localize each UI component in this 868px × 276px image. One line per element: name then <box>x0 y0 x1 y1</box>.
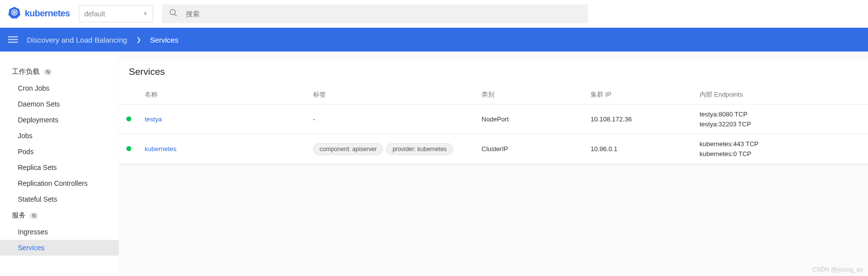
sidebar-item-statefulsets[interactable]: Stateful Sets <box>0 191 119 207</box>
cell-name: testya <box>139 105 307 134</box>
sidebar-item-jobs[interactable]: Jobs <box>0 128 119 144</box>
cell-status <box>119 105 139 134</box>
sidebar-item-replicationcontrollers[interactable]: Replication Controllers <box>0 175 119 191</box>
sidebar-item-ingresses[interactable]: Ingresses <box>0 224 119 240</box>
watermark: CSDN @young_ao <box>813 266 863 273</box>
svg-rect-11 <box>8 39 18 40</box>
col-labels[interactable]: 标签 <box>307 85 476 105</box>
table-row: testya-NodePort10.108.172.36testya:8080 … <box>119 105 868 134</box>
service-link[interactable]: kubernetes <box>145 145 176 153</box>
sidebar-item-label: Services <box>18 244 45 252</box>
col-cluster-ip[interactable]: 集群 IP <box>585 85 694 105</box>
cell-labels: component: apiserverprovider: kubernetes <box>307 134 476 164</box>
services-card: Services 名称 标签 类别 集群 IP 内部 Endpoints tes… <box>119 59 868 164</box>
menu-icon[interactable] <box>8 35 18 45</box>
sidebar-item-replicasets[interactable]: Replica Sets <box>0 160 119 175</box>
svg-rect-10 <box>8 36 18 37</box>
sidebar-item-label: Cron Jobs <box>18 84 50 92</box>
sidebar-group-workloads[interactable]: 工作负载 N <box>0 63 119 80</box>
subheader: Discovery and Load Balancing ❯ Services <box>0 28 868 52</box>
content: Services 名称 标签 类别 集群 IP 内部 Endpoints tes… <box>119 52 868 276</box>
card-title: Services <box>119 59 868 85</box>
sidebar-item-label: Stateful Sets <box>18 195 57 203</box>
brand-text: kubernetes <box>25 8 70 19</box>
sidebar-item-label: Pods <box>18 148 34 156</box>
main: 工作负载 N Cron Jobs Daemon Sets Deployments… <box>0 52 868 276</box>
sidebar-item-pods[interactable]: Pods <box>0 144 119 160</box>
label-chip: provider: kubernetes <box>386 143 453 155</box>
svg-rect-12 <box>8 42 18 43</box>
kubernetes-logo-icon <box>8 6 21 21</box>
sidebar-group-label: 服务 <box>12 211 26 220</box>
sidebar-item-label: Replica Sets <box>18 164 57 171</box>
svg-point-8 <box>170 9 175 15</box>
namespace-selected: default <box>84 10 105 18</box>
search-icon <box>169 8 178 19</box>
search-input[interactable] <box>186 10 581 18</box>
chevron-down-icon: ▼ <box>143 11 148 16</box>
table-header-row: 名称 标签 类别 集群 IP 内部 Endpoints <box>119 85 868 105</box>
badge-n: N <box>30 213 38 219</box>
sidebar-group-services[interactable]: 服务 N <box>0 207 119 224</box>
logo[interactable]: kubernetes <box>8 6 70 21</box>
sidebar-item-label: Ingresses <box>18 228 48 236</box>
col-type[interactable]: 类别 <box>476 85 585 105</box>
col-endpoints[interactable]: 内部 Endpoints <box>694 85 868 105</box>
cell-cluster-ip: 10.96.0.1 <box>585 134 694 164</box>
sidebar-item-cronjobs[interactable]: Cron Jobs <box>0 80 119 96</box>
sidebar-item-deployments[interactable]: Deployments <box>0 112 119 128</box>
table-row: kubernetescomponent: apiserverprovider: … <box>119 134 868 164</box>
breadcrumb-parent[interactable]: Discovery and Load Balancing <box>27 36 127 44</box>
sidebar-item-services[interactable]: Services <box>0 240 119 256</box>
chevron-right-icon: ❯ <box>136 36 141 43</box>
cell-cluster-ip: 10.108.172.36 <box>585 105 694 134</box>
badge-n: N <box>44 69 52 75</box>
breadcrumb-current: Services <box>150 36 179 44</box>
col-status <box>119 85 139 105</box>
cell-labels: - <box>307 105 476 134</box>
label-chip: component: apiserver <box>313 143 383 155</box>
search-bar[interactable] <box>162 4 588 23</box>
cell-type: ClusterIP <box>476 134 585 164</box>
col-name[interactable]: 名称 <box>139 85 307 105</box>
cell-name: kubernetes <box>139 134 307 164</box>
sidebar-item-label: Replication Controllers <box>18 179 88 187</box>
svg-line-9 <box>174 14 177 16</box>
sidebar: 工作负载 N Cron Jobs Daemon Sets Deployments… <box>0 52 119 276</box>
status-dot-icon <box>126 116 131 121</box>
sidebar-item-daemonsets[interactable]: Daemon Sets <box>0 96 119 112</box>
cell-status <box>119 134 139 164</box>
sidebar-group-label: 工作负载 <box>12 67 40 76</box>
status-dot-icon <box>126 146 131 151</box>
namespace-select[interactable]: default ▼ <box>79 5 153 22</box>
sidebar-item-label: Jobs <box>18 132 33 140</box>
cell-endpoints: kubernetes:443 TCPkubernetes:0 TCP <box>694 134 868 164</box>
services-table: 名称 标签 类别 集群 IP 内部 Endpoints testya-NodeP… <box>119 85 868 164</box>
sidebar-item-label: Deployments <box>18 116 58 124</box>
cell-endpoints: testya:8080 TCPtestya:32203 TCP <box>694 105 868 134</box>
cell-type: NodePort <box>476 105 585 134</box>
service-link[interactable]: testya <box>145 115 162 123</box>
sidebar-item-label: Daemon Sets <box>18 100 60 108</box>
topbar: kubernetes default ▼ <box>0 0 868 28</box>
